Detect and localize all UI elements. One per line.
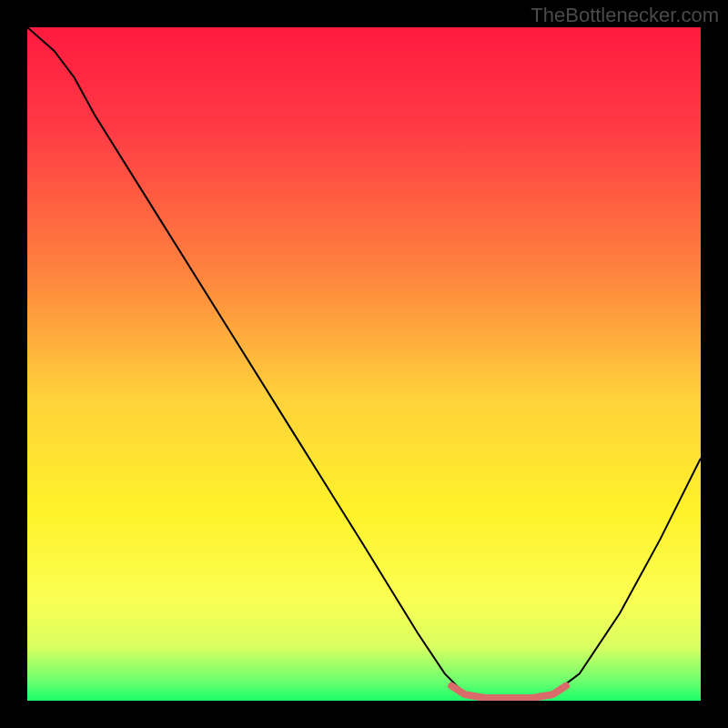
source-watermark: TheBottlenecker.com [531,4,719,27]
gradient-background [27,27,701,701]
chart-svg [27,27,701,701]
plot-area [27,27,701,701]
